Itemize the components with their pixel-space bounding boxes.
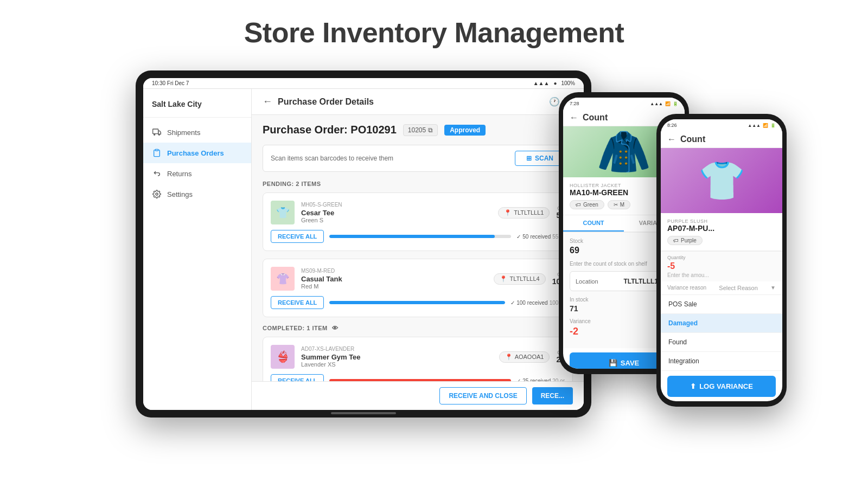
receive-button[interactable]: RECE... [532,387,573,404]
reason-damaged[interactable]: Damaged [661,314,782,333]
reason-adjustment[interactable]: Adjustment [661,371,782,371]
item-variant: Green S [301,217,492,223]
tag-icon-right: 🏷 [673,237,679,243]
back-button[interactable]: ← [263,96,272,107]
sidebar-returns-label: Returns [167,170,192,178]
sidebar-store-name: Salt Lake City [143,95,251,118]
completed-section-header: COMPLETED: 1 ITEM 👁 [263,325,573,331]
topbar-title: Purchase Order Details [278,97,374,107]
item-actions-cesar-tee: RECEIVE ALL ✓ 50 received 55 or [271,230,565,243]
quantity-value: -5 [667,261,776,271]
item-sku-tank: MS09-M-RED [301,268,487,274]
svg-point-2 [158,134,159,135]
phone-left-size-tag[interactable]: ✂ M [608,200,630,209]
log-variance-button[interactable]: ⬆ LOG VARIANCE [667,376,776,397]
sidebar-settings-label: Settings [167,190,193,198]
reason-found[interactable]: Found [661,333,782,352]
scan-icon: ⊞ [526,155,532,162]
item-location-tank: 📍 TLTLTLLL4 [494,273,545,285]
phone-right-product-label: PURPLE SLUSH [667,219,776,224]
variance-reason-header: Variance reason Select Reason ▼ [661,281,782,295]
phone-left-nav-title: Count [583,113,608,123]
tab-count[interactable]: COUNT [563,215,624,232]
item-location-cesar-tee: 📍 TLTLTLLL1 [498,207,550,219]
receive-all-btn-cesar-tee[interactable]: RECEIVE ALL [271,230,324,243]
item-name: Cesar Tee [301,209,492,217]
location-label: Location [576,278,598,285]
phone-left-back-btn[interactable]: ← [570,113,578,123]
phone-left-signal-icon: ▲▲▲ [650,101,663,106]
phone-left-time: 7:28 [570,101,579,106]
svg-point-4 [156,193,158,195]
phone-right-status-bar: 8:26 ▲▲▲ 📶 🔋 [661,119,782,131]
page-title: Store Inventory Management [244,16,624,49]
item-name-gym-tee: Summer Gym Tee [301,353,493,361]
phone-right-nav-title: Count [680,134,705,144]
phone-right-color-tag[interactable]: 🏷 Purple [667,236,703,245]
phone-right-product-name: AP07-M-PU... [667,224,776,233]
phone-right-back-btn[interactable]: ← [667,134,676,144]
received-label-tank: ✓ 100 received 100 or [510,300,565,306]
progress-bar-tank [329,301,505,304]
reason-integration[interactable]: Integration [661,352,782,371]
main-content: ← Purchase Order Details 🕐 + Purchase Or… [252,89,584,410]
po-number-badge: 10205 ⧉ [403,124,438,136]
phone-right-product-info: PURPLE SLUSH AP07-M-PU... 🏷 Purple [661,213,782,251]
pending-section-header: PENDING: 2 ITEMS [263,181,573,187]
sidebar-item-settings[interactable]: Settings [143,184,251,204]
history-icon[interactable]: 🕐 [549,97,560,107]
sidebar-po-label: Purchase Orders [167,149,224,157]
item-info-cesar-tee: MH05-S-GREEN Cesar Tee Green S [301,202,492,223]
scan-button[interactable]: ⊞ SCAN [515,151,565,166]
variance-reason-list: Variance reason Select Reason ▼ POS Sale… [661,281,782,371]
svg-rect-0 [153,129,158,134]
item-sku: MH05-S-GREEN [301,202,492,208]
progress-bar-cesar-tee [329,235,511,238]
enter-amount-label: Enter the amou... [667,272,776,278]
tablet-body: Salt Lake City Shipments Purchase Orders [143,89,584,410]
tag-icon: 🏷 [576,202,581,208]
clipboard-icon [152,148,162,158]
truck-icon [152,127,162,137]
item-variant-tank: Red M [301,283,487,290]
svg-point-1 [154,134,155,135]
eye-icon[interactable]: 👁 [332,325,339,331]
receive-and-close-button[interactable]: RECEIVE AND CLOSE [439,387,526,404]
quantity-label: Quantity [667,255,776,260]
tablet-battery: 100% [561,80,575,86]
tablet-wifi-icon: ● [553,80,557,86]
tablet-signal-icon: ▲▲▲ [533,80,550,86]
phone-right-nav: ← Count [661,131,782,148]
phone-left-color-tag[interactable]: 🏷 Green [570,200,604,209]
sidebar-item-returns[interactable]: Returns [143,163,251,184]
location-value: TLTLTLLL1 [623,278,658,285]
po-header: Purchase Order: PO10291 10205 ⧉ Approved [263,124,573,136]
sidebar-item-purchase-orders[interactable]: Purchase Orders [143,143,251,163]
return-icon [152,169,162,178]
tablet-device: 10:30 Fri Dec 7 ▲▲▲ ● 100% Salt Lake Cit… [136,70,591,418]
reason-pos-sale[interactable]: POS Sale [661,295,782,314]
phone-right-count-section: Quantity -5 Enter the amou... [661,251,782,281]
po-status-badge: Approved [444,125,486,136]
size-icon: ✂ [614,202,618,208]
chevron-down-icon: ▼ [770,285,776,291]
content-area: Purchase Order: PO10291 10205 ⧉ Approved… [252,115,584,410]
phone-right-screen: 8:26 ▲▲▲ 📶 🔋 ← Count 👕 PURPLE SLUSH AP07… [661,119,782,401]
receive-all-btn-tank[interactable]: RECEIVE ALL [271,296,324,309]
bottom-actions: RECEIVE AND CLOSE RECE... [252,381,584,410]
po-title: Purchase Order: PO10291 [263,124,397,136]
top-bar: ← Purchase Order Details 🕐 + [252,89,584,115]
save-icon: 💾 [609,359,617,367]
sidebar-item-shipments[interactable]: Shipments [143,122,251,143]
phone-right-product-tags: 🏷 Purple [667,236,776,245]
location-icon: 📍 [504,209,512,216]
phone-left-wifi-icon: 📶 [665,101,671,106]
svg-rect-3 [155,149,158,151]
sidebar: Salt Lake City Shipments Purchase Orders [143,89,252,410]
item-info-gym-tee: AD07-XS-LAVENDER Summer Gym Tee Lavender… [301,346,493,368]
item-sku-gym-tee: AD07-XS-LAVENDER [301,346,493,352]
item-location-gym-tee: 📍 AOAOOA1 [499,351,550,363]
copy-icon[interactable]: ⧉ [428,126,433,134]
scan-bar: Scan items scan barcodes to receive them… [263,145,573,172]
tablet-time: 10:30 Fri Dec 7 [152,80,189,86]
